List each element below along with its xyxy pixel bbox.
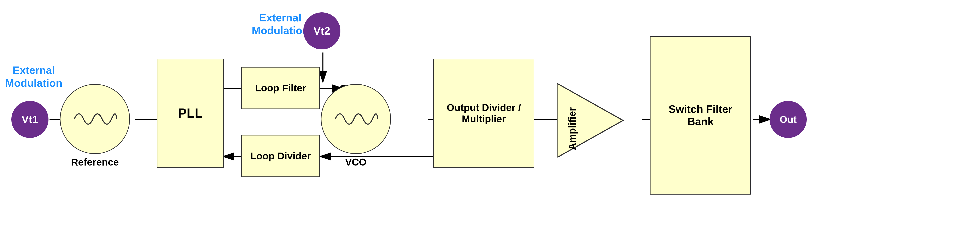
external-modulation-label-1: External Modulation [5,64,62,90]
amplifier-shape: Amplifier [557,84,629,158]
out-circle: Out [770,101,807,138]
external-modulation-label-2: External Modulation [252,11,309,37]
ext-mod-2-line1: External [259,12,301,24]
vt2-circle: Vt2 [303,13,340,49]
diagram-container: Vt1 External Modulation Reference PLL Lo… [0,0,980,245]
loop-filter-box: Loop Filter [242,67,320,109]
vco-sine-wave [333,107,379,131]
switch-filter-bank-box: Switch Filter Bank [650,36,751,194]
ext-mod-2-line2: Modulation [252,24,309,36]
reference-sine-wave [72,107,118,131]
vco-label: VCO [321,156,391,168]
reference-circle [60,84,130,154]
vt1-circle: Vt1 [11,101,48,138]
pll-box: PLL [157,58,224,168]
out-label: Out [780,114,797,125]
svg-text:Amplifier: Amplifier [567,107,578,150]
output-divider-box: Output Divider / Multiplier [433,58,535,168]
vco-circle [321,84,391,154]
vt2-label: Vt2 [313,25,330,37]
ext-mod-1-line1: External [13,64,55,76]
ext-mod-1-line2: Modulation [5,77,62,89]
reference-label: Reference [60,156,130,168]
loop-divider-box: Loop Divider [242,135,320,177]
vt1-label: Vt1 [22,113,38,126]
